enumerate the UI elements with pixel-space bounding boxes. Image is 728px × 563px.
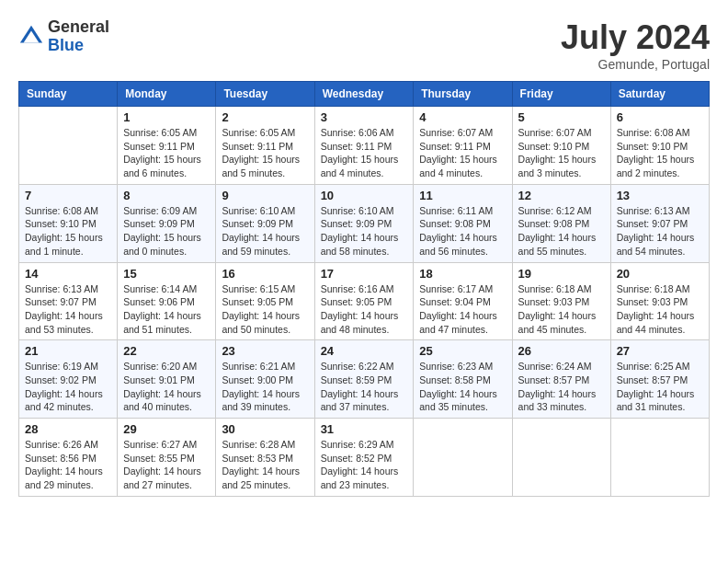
day-number: 28 — [25, 422, 111, 436]
calendar-week-5: 28Sunrise: 6:26 AMSunset: 8:56 PMDayligh… — [19, 419, 710, 497]
calendar-cell: 13Sunrise: 6:13 AMSunset: 9:07 PMDayligh… — [610, 184, 709, 262]
day-info: Sunrise: 6:06 AMSunset: 9:11 PMDaylight:… — [321, 126, 408, 180]
day-number: 1 — [123, 110, 210, 124]
day-info: Sunrise: 6:18 AMSunset: 9:03 PMDaylight:… — [617, 282, 703, 337]
calendar-cell: 21Sunrise: 6:19 AMSunset: 9:02 PMDayligh… — [19, 340, 118, 419]
day-info: Sunrise: 6:08 AMSunset: 9:10 PMDaylight:… — [25, 204, 111, 259]
calendar-cell: 29Sunrise: 6:27 AMSunset: 8:55 PMDayligh… — [118, 419, 216, 497]
day-info: Sunrise: 6:05 AMSunset: 9:11 PMDaylight:… — [222, 126, 308, 180]
calendar-cell: 31Sunrise: 6:29 AMSunset: 8:52 PMDayligh… — [314, 419, 414, 497]
day-info: Sunrise: 6:19 AMSunset: 9:02 PMDaylight:… — [25, 360, 111, 414]
calendar-cell: 4Sunrise: 6:07 AMSunset: 9:11 PMDaylight… — [414, 107, 512, 185]
calendar-cell: 5Sunrise: 6:07 AMSunset: 9:10 PMDaylight… — [512, 107, 610, 185]
logo-blue-text: Blue — [48, 37, 109, 55]
calendar-cell: 25Sunrise: 6:23 AMSunset: 8:58 PMDayligh… — [414, 340, 512, 419]
day-number: 10 — [321, 189, 408, 202]
day-number: 6 — [617, 110, 703, 124]
calendar-week-2: 7Sunrise: 6:08 AMSunset: 9:10 PMDaylight… — [19, 184, 710, 262]
weekday-header-monday: Monday — [118, 82, 216, 107]
day-info: Sunrise: 6:17 AMSunset: 9:04 PMDaylight:… — [419, 282, 506, 337]
day-info: Sunrise: 6:16 AMSunset: 9:05 PMDaylight:… — [321, 282, 408, 337]
day-number: 17 — [321, 267, 408, 281]
day-number: 20 — [617, 267, 703, 281]
title-block: July 2024 Gemunde, Portugal — [561, 18, 710, 72]
day-info: Sunrise: 6:28 AMSunset: 8:53 PMDaylight:… — [222, 438, 308, 492]
day-number: 4 — [419, 110, 506, 124]
day-info: Sunrise: 6:13 AMSunset: 9:07 PMDaylight:… — [617, 204, 703, 259]
day-number: 13 — [617, 189, 703, 202]
day-number: 5 — [518, 110, 605, 124]
day-number: 14 — [25, 267, 111, 281]
weekday-header-saturday: Saturday — [610, 82, 709, 107]
logo-text: General Blue — [48, 18, 109, 55]
day-info: Sunrise: 6:13 AMSunset: 9:07 PMDaylight:… — [25, 282, 111, 337]
day-info: Sunrise: 6:14 AMSunset: 9:06 PMDaylight:… — [123, 282, 210, 337]
day-info: Sunrise: 6:23 AMSunset: 8:58 PMDaylight:… — [419, 360, 506, 414]
day-number: 18 — [419, 267, 506, 281]
day-info: Sunrise: 6:22 AMSunset: 8:59 PMDaylight:… — [321, 360, 408, 414]
location: Gemunde, Portugal — [561, 57, 710, 72]
calendar-week-1: 1Sunrise: 6:05 AMSunset: 9:11 PMDaylight… — [19, 107, 710, 185]
calendar-cell: 22Sunrise: 6:20 AMSunset: 9:01 PMDayligh… — [118, 340, 216, 419]
calendar-cell: 3Sunrise: 6:06 AMSunset: 9:11 PMDaylight… — [314, 107, 414, 185]
day-number: 2 — [222, 110, 308, 124]
calendar-cell: 30Sunrise: 6:28 AMSunset: 8:53 PMDayligh… — [216, 419, 314, 497]
calendar-cell: 11Sunrise: 6:11 AMSunset: 9:08 PMDayligh… — [414, 184, 512, 262]
calendar-cell: 23Sunrise: 6:21 AMSunset: 9:00 PMDayligh… — [216, 340, 314, 419]
day-info: Sunrise: 6:05 AMSunset: 9:11 PMDaylight:… — [123, 126, 210, 180]
calendar-cell: 10Sunrise: 6:10 AMSunset: 9:09 PMDayligh… — [314, 184, 414, 262]
day-number: 24 — [321, 344, 408, 358]
calendar-cell: 15Sunrise: 6:14 AMSunset: 9:06 PMDayligh… — [118, 262, 216, 340]
calendar-cell: 14Sunrise: 6:13 AMSunset: 9:07 PMDayligh… — [19, 262, 118, 340]
day-number: 9 — [222, 189, 308, 202]
day-info: Sunrise: 6:21 AMSunset: 9:00 PMDaylight:… — [222, 360, 308, 414]
day-info: Sunrise: 6:25 AMSunset: 8:57 PMDaylight:… — [617, 360, 703, 414]
weekday-header-row: SundayMondayTuesdayWednesdayThursdayFrid… — [19, 82, 710, 107]
calendar-cell: 9Sunrise: 6:10 AMSunset: 9:09 PMDaylight… — [216, 184, 314, 262]
day-number: 15 — [123, 267, 210, 281]
day-number: 25 — [419, 344, 506, 358]
calendar-cell: 28Sunrise: 6:26 AMSunset: 8:56 PMDayligh… — [19, 419, 118, 497]
weekday-header-sunday: Sunday — [19, 82, 118, 107]
day-info: Sunrise: 6:07 AMSunset: 9:10 PMDaylight:… — [518, 126, 605, 180]
day-number: 12 — [518, 189, 605, 202]
day-number: 11 — [419, 189, 506, 202]
day-info: Sunrise: 6:24 AMSunset: 8:57 PMDaylight:… — [518, 360, 605, 414]
day-info: Sunrise: 6:08 AMSunset: 9:10 PMDaylight:… — [617, 126, 703, 180]
day-number: 30 — [222, 422, 308, 436]
day-number: 22 — [123, 344, 210, 358]
day-number: 19 — [518, 267, 605, 281]
calendar-table: SundayMondayTuesdayWednesdayThursdayFrid… — [18, 81, 710, 497]
calendar-cell: 12Sunrise: 6:12 AMSunset: 9:08 PMDayligh… — [512, 184, 610, 262]
calendar-week-4: 21Sunrise: 6:19 AMSunset: 9:02 PMDayligh… — [19, 340, 710, 419]
day-info: Sunrise: 6:10 AMSunset: 9:09 PMDaylight:… — [222, 204, 308, 259]
day-number: 26 — [518, 344, 605, 358]
day-number: 31 — [321, 422, 408, 436]
calendar-cell: 7Sunrise: 6:08 AMSunset: 9:10 PMDaylight… — [19, 184, 118, 262]
logo: General Blue — [18, 18, 109, 55]
day-info: Sunrise: 6:15 AMSunset: 9:05 PMDaylight:… — [222, 282, 308, 337]
weekday-header-tuesday: Tuesday — [216, 82, 314, 107]
day-number: 23 — [222, 344, 308, 358]
weekday-header-thursday: Thursday — [414, 82, 512, 107]
day-info: Sunrise: 6:11 AMSunset: 9:08 PMDaylight:… — [419, 204, 506, 259]
weekday-header-wednesday: Wednesday — [314, 82, 414, 107]
calendar-cell: 19Sunrise: 6:18 AMSunset: 9:03 PMDayligh… — [512, 262, 610, 340]
logo-general-text: General — [48, 18, 109, 37]
day-number: 8 — [123, 189, 210, 202]
day-number: 29 — [123, 422, 210, 436]
day-info: Sunrise: 6:10 AMSunset: 9:09 PMDaylight:… — [321, 204, 408, 259]
day-info: Sunrise: 6:09 AMSunset: 9:09 PMDaylight:… — [123, 204, 210, 259]
calendar-cell: 6Sunrise: 6:08 AMSunset: 9:10 PMDaylight… — [610, 107, 709, 185]
calendar-cell: 2Sunrise: 6:05 AMSunset: 9:11 PMDaylight… — [216, 107, 314, 185]
day-info: Sunrise: 6:26 AMSunset: 8:56 PMDaylight:… — [25, 438, 111, 492]
calendar-cell — [610, 419, 709, 497]
calendar-cell — [19, 107, 118, 185]
calendar-cell: 20Sunrise: 6:18 AMSunset: 9:03 PMDayligh… — [610, 262, 709, 340]
day-info: Sunrise: 6:18 AMSunset: 9:03 PMDaylight:… — [518, 282, 605, 337]
calendar-week-3: 14Sunrise: 6:13 AMSunset: 9:07 PMDayligh… — [19, 262, 710, 340]
calendar-cell: 1Sunrise: 6:05 AMSunset: 9:11 PMDaylight… — [118, 107, 216, 185]
logo-icon — [18, 24, 44, 50]
weekday-header-friday: Friday — [512, 82, 610, 107]
calendar-cell: 17Sunrise: 6:16 AMSunset: 9:05 PMDayligh… — [314, 262, 414, 340]
